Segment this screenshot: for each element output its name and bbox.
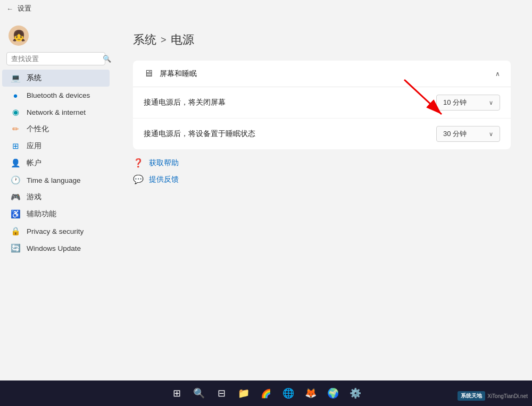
sidebar-item-update[interactable]: 🔄 Windows Update — [2, 240, 110, 257]
feedback-label: 提供反馈 — [149, 175, 179, 184]
apps-icon: ⊞ — [11, 141, 20, 151]
taskbar-browser-icon[interactable]: 🌐 — [280, 385, 297, 402]
breadcrumb-parent: 系统 — [133, 32, 156, 48]
sleep-chevron-icon: ∨ — [489, 131, 493, 138]
screen-off-label: 接通电源后，将关闭屏幕 — [144, 98, 226, 107]
sidebar-avatar: 👧 — [0, 21, 112, 52]
sidebar: 👧 🔍 💻 系统 ● Bluetooth & devices ◉ Network… — [0, 17, 112, 380]
taskbar-search-icon[interactable]: 🔍 — [190, 385, 207, 402]
breadcrumb-current: 电源 — [171, 32, 194, 48]
sidebar-item-label: Bluetooth & devices — [27, 91, 90, 99]
content-area: 系统 > 电源 🖥 屏幕和睡眠 ∧ 接通电源后，将关闭屏幕 10 分钟 ∨ — [112, 17, 532, 380]
sidebar-item-label: 系统 — [27, 73, 41, 83]
power-settings-card: 🖥 屏幕和睡眠 ∧ 接通电源后，将关闭屏幕 10 分钟 ∨ 接通电源后，将设备置… — [133, 61, 511, 149]
screen-off-dropdown[interactable]: 10 分钟 ∨ — [436, 95, 500, 111]
watermark-url: XiTongTianDi.net — [487, 393, 528, 399]
get-help-link[interactable]: ❓ 获取帮助 — [133, 158, 511, 168]
get-help-icon: ❓ — [133, 158, 144, 168]
screen-icon: 🖥 — [144, 68, 153, 79]
sleep-dropdown[interactable]: 30 分钟 ∨ — [436, 126, 500, 142]
breadcrumb: 系统 > 电源 — [133, 32, 511, 48]
sidebar-item-accounts[interactable]: 👤 帐户 — [2, 155, 110, 172]
title-bar-label: 设置 — [18, 4, 31, 13]
sidebar-item-time[interactable]: 🕐 Time & language — [2, 172, 110, 189]
sleep-control: 30 分钟 ∨ — [426, 126, 500, 142]
screen-off-chevron-icon: ∨ — [489, 99, 493, 106]
sidebar-item-apps[interactable]: ⊞ 应用 — [2, 138, 110, 155]
bluetooth-icon: ● — [11, 90, 20, 100]
accounts-icon: 👤 — [11, 158, 20, 168]
taskbar-store-icon[interactable]: 🌈 — [257, 385, 275, 402]
sidebar-item-bluetooth[interactable]: ● Bluetooth & devices — [2, 87, 110, 104]
feedback-icon: 💬 — [133, 174, 144, 184]
taskbar-edge-icon[interactable]: 🌍 — [325, 385, 342, 402]
taskbar-settings-icon[interactable]: ⚙️ — [347, 385, 364, 402]
get-help-label: 获取帮助 — [149, 158, 179, 168]
breadcrumb-separator: > — [161, 35, 167, 46]
search-icon: 🔍 — [103, 55, 111, 63]
sidebar-item-accessibility[interactable]: ♿ 辅助功能 — [2, 206, 110, 223]
screen-off-row: 接通电源后，将关闭屏幕 10 分钟 ∨ — [133, 87, 511, 119]
screen-off-value: 10 分钟 — [443, 98, 467, 107]
sidebar-item-personalization[interactable]: ✏ 个性化 — [2, 121, 110, 138]
gaming-icon: 🎮 — [11, 192, 20, 202]
sidebar-item-network[interactable]: ◉ Network & internet — [2, 104, 110, 121]
sidebar-item-privacy[interactable]: 🔒 Privacy & security — [2, 223, 110, 240]
watermark-badge: 系统天地 — [458, 391, 485, 401]
sidebar-item-label: 个性化 — [27, 124, 49, 134]
search-box[interactable]: 🔍 — [6, 52, 105, 65]
sidebar-item-label: Network & internet — [27, 108, 86, 116]
system-icon: 💻 — [11, 73, 20, 83]
sleep-value: 30 分钟 — [443, 129, 467, 139]
feedback-link[interactable]: 💬 提供反馈 — [133, 174, 511, 184]
personalization-icon: ✏ — [11, 124, 20, 134]
accessibility-icon: ♿ — [11, 209, 20, 219]
sidebar-item-label: 游戏 — [27, 192, 41, 202]
taskbar-watermark: 系统天地 XiTongTianDi.net — [458, 391, 528, 401]
taskbar-explorer-icon[interactable]: 📁 — [235, 385, 252, 402]
sidebar-item-label: 帐户 — [27, 158, 41, 168]
update-icon: 🔄 — [11, 243, 20, 253]
avatar: 👧 — [9, 26, 29, 46]
screen-sleep-label: 屏幕和睡眠 — [160, 69, 197, 79]
sidebar-item-system[interactable]: 💻 系统 — [2, 70, 110, 87]
title-bar: ← 设置 — [0, 0, 532, 17]
privacy-icon: 🔒 — [11, 226, 20, 236]
screen-sleep-header[interactable]: 🖥 屏幕和睡眠 ∧ — [133, 61, 511, 87]
sidebar-item-label: Time & language — [27, 176, 81, 184]
card-header-left: 🖥 屏幕和睡眠 — [144, 68, 197, 79]
time-icon: 🕐 — [11, 175, 20, 185]
sleep-label: 接通电源后，将设备置于睡眠状态 — [144, 129, 255, 139]
screen-off-control: 10 分钟 ∨ — [426, 95, 500, 111]
taskbar-start-icon[interactable]: ⊞ — [168, 385, 185, 402]
sidebar-item-label: 应用 — [27, 141, 41, 151]
help-links: ❓ 获取帮助 💬 提供反馈 — [133, 158, 511, 184]
taskbar-center: ⊞ 🔍 ⊟ 📁 🌈 🌐 🦊 🌍 ⚙️ — [168, 385, 364, 402]
collapse-chevron-icon: ∧ — [495, 70, 500, 78]
sleep-row: 接通电源后，将设备置于睡眠状态 30 分钟 ∨ — [133, 119, 511, 149]
taskbar-firefox-icon[interactable]: 🦊 — [302, 385, 319, 402]
sidebar-item-label: Windows Update — [27, 244, 81, 252]
back-button[interactable]: ← — [6, 5, 13, 13]
taskbar-taskview-icon[interactable]: ⊟ — [213, 385, 230, 402]
main-layout: 👧 🔍 💻 系统 ● Bluetooth & devices ◉ Network… — [0, 17, 532, 380]
sidebar-item-gaming[interactable]: 🎮 游戏 — [2, 189, 110, 206]
sidebar-item-label: 辅助功能 — [27, 209, 56, 219]
taskbar: ⊞ 🔍 ⊟ 📁 🌈 🌐 🦊 🌍 ⚙️ 系统天地 XiTongTianDi.net — [0, 380, 532, 406]
network-icon: ◉ — [11, 107, 20, 117]
search-input[interactable] — [11, 55, 101, 63]
sidebar-item-label: Privacy & security — [27, 227, 84, 235]
